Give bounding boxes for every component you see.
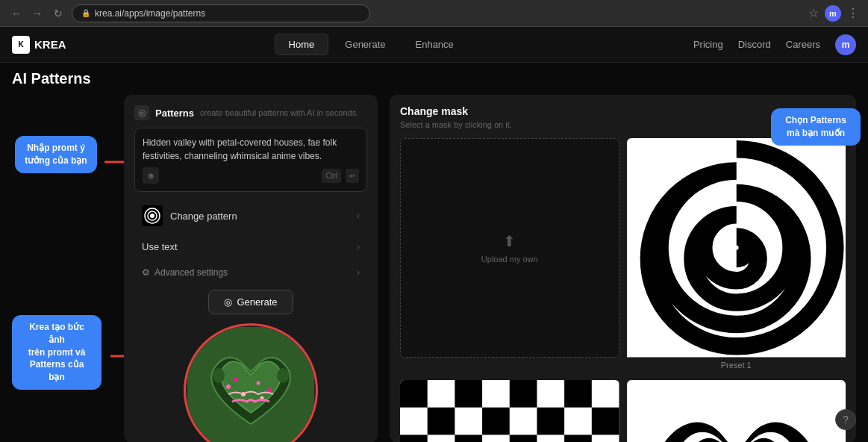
page-title-bar: AI Patterns	[0, 63, 868, 95]
result-annotation-text: Krea tạo bức ảnh trên promt và Patterns …	[28, 322, 86, 382]
panel-subtitle: create beautiful patterns with AI in sec…	[200, 108, 358, 117]
lock-icon: 🔒	[81, 9, 90, 17]
upload-label: Upload my own	[481, 255, 538, 264]
browser-right-icons: ☆ m ⋮	[808, 5, 859, 22]
discord-link[interactable]: Discord	[738, 39, 771, 50]
use-text-item[interactable]: Use text ›	[134, 235, 367, 258]
generate-btn-container: ◎ Generate	[134, 284, 367, 320]
star-icon[interactable]: ☆	[808, 6, 819, 20]
svg-rect-29	[564, 435, 592, 442]
mask-preset-1[interactable]: Preset 1	[627, 138, 846, 373]
svg-rect-26	[400, 435, 428, 442]
advanced-settings-item[interactable]: ⚙ Advanced settings ›	[134, 261, 367, 284]
prompt-annotation-text: Nhập promt ý tưởng của bạn	[25, 143, 87, 166]
ctrl-hint: Ctrl	[322, 169, 341, 183]
use-text-chevron: ›	[357, 242, 360, 252]
nav-center: Home Generate Enhance	[275, 34, 467, 55]
svg-rect-20	[510, 380, 537, 408]
panel-header: ◎ Patterns create beautiful patterns wit…	[134, 105, 367, 120]
main-content: Nhập promt ý tưởng của bạn Krea tạo bức …	[0, 95, 868, 442]
forward-button[interactable]: →	[30, 6, 45, 21]
use-text-label: Use text	[142, 241, 178, 252]
preset-2-thumbnail	[400, 380, 619, 443]
user-avatar[interactable]: m	[835, 34, 856, 55]
heart-svg	[627, 380, 846, 443]
generate-label: Generate	[237, 296, 277, 308]
spiral-svg	[627, 138, 846, 358]
pattern-annotation-text: Chọn Patterns mà bạn muốn	[785, 115, 846, 138]
refresh-button[interactable]: ↻	[51, 6, 66, 21]
prompt-actions: ⊕ Ctrl ↵	[143, 167, 359, 184]
patterns-icon: ◎	[134, 105, 149, 120]
svg-rect-24	[537, 407, 564, 435]
mask-preset-3[interactable]: Preset 3	[627, 380, 846, 443]
svg-rect-21	[564, 380, 592, 408]
svg-rect-25	[592, 407, 619, 435]
heart-pattern-svg	[187, 327, 314, 442]
nav-enhance[interactable]: Enhance	[402, 34, 467, 55]
generate-icon: ◎	[224, 296, 232, 308]
svg-point-15	[277, 368, 289, 383]
sliders-icon: ⚙	[142, 267, 150, 278]
svg-rect-22	[428, 407, 455, 435]
page-title: AI Patterns	[12, 70, 856, 87]
panel-title: Patterns	[155, 108, 194, 119]
svg-rect-28	[510, 435, 537, 442]
careers-link[interactable]: Careers	[786, 39, 820, 50]
nav-right: Pricing Discord Careers m	[693, 34, 856, 55]
prompt-area[interactable]: Hidden valley with petal-covered houses,…	[134, 128, 367, 192]
generated-image	[184, 323, 318, 442]
nav-generate[interactable]: Generate	[331, 34, 399, 55]
change-pattern-icon	[142, 205, 163, 226]
logo-icon: K	[12, 36, 30, 54]
svg-point-11	[257, 382, 260, 385]
pricing-link[interactable]: Pricing	[693, 39, 723, 50]
svg-rect-50	[627, 380, 846, 443]
svg-point-14	[213, 368, 225, 383]
url-bar[interactable]: 🔒 krea.ai/apps/image/patterns	[72, 4, 370, 22]
logo-text: KREA	[34, 38, 66, 51]
svg-rect-27	[455, 435, 482, 442]
change-pattern-item[interactable]: Change pattern ‹	[134, 199, 367, 232]
checker-svg	[400, 380, 619, 443]
preset-1-thumbnail	[627, 138, 846, 358]
svg-point-9	[234, 378, 238, 382]
svg-rect-18	[400, 380, 428, 408]
browser-bar: ← → ↻ 🔒 krea.ai/apps/image/patterns ☆ m …	[0, 0, 868, 27]
url-text: krea.ai/apps/image/patterns	[95, 8, 205, 19]
prompt-annotation: Nhập promt ý tưởng của bạn	[15, 136, 97, 173]
browser-avatar: m	[825, 5, 841, 22]
use-text-left: Use text	[142, 241, 178, 252]
app-header: K KREA Home Generate Enhance Pricing Dis…	[0, 27, 868, 63]
svg-point-8	[226, 385, 231, 389]
result-annotation: Krea tạo bức ảnh trên promt và Patterns …	[12, 315, 102, 390]
prompt-text: Hidden valley with petal-covered houses,…	[143, 137, 337, 161]
mask-grid: ⬆ Upload my own Preset 1	[400, 138, 846, 442]
prompt-copy-icon[interactable]: ⊕	[143, 167, 159, 184]
advanced-settings-chevron: ›	[357, 267, 360, 278]
help-button[interactable]: ?	[835, 409, 856, 430]
upload-slot[interactable]: ⬆ Upload my own	[400, 138, 619, 358]
svg-rect-19	[455, 380, 482, 408]
mask-panel: Change mask Select a mask by clicking on…	[390, 95, 856, 442]
pattern-annotation: Chọn Patterns mà bạn muốn	[771, 108, 861, 146]
change-pattern-left: Change pattern	[142, 205, 237, 226]
preset-3-thumbnail	[627, 380, 846, 443]
generate-button[interactable]: ◎ Generate	[208, 290, 293, 314]
preset-1-label: Preset 1	[627, 358, 846, 373]
change-pattern-chevron: ‹	[357, 211, 360, 221]
back-button[interactable]: ←	[9, 6, 24, 21]
advanced-settings-label: Advanced settings	[154, 267, 228, 278]
svg-rect-23	[482, 407, 510, 435]
upload-icon: ⬆	[503, 232, 516, 250]
change-pattern-label: Change pattern	[170, 211, 237, 222]
nav-home[interactable]: Home	[275, 34, 329, 55]
browser-menu-icon[interactable]: ⋮	[847, 6, 859, 20]
enter-hint: ↵	[346, 169, 359, 183]
patterns-panel: ◎ Patterns create beautiful patterns wit…	[124, 95, 378, 442]
logo: K KREA	[12, 36, 66, 54]
generated-image-area	[134, 323, 367, 442]
mask-preset-2[interactable]: Preset 2	[400, 380, 619, 443]
